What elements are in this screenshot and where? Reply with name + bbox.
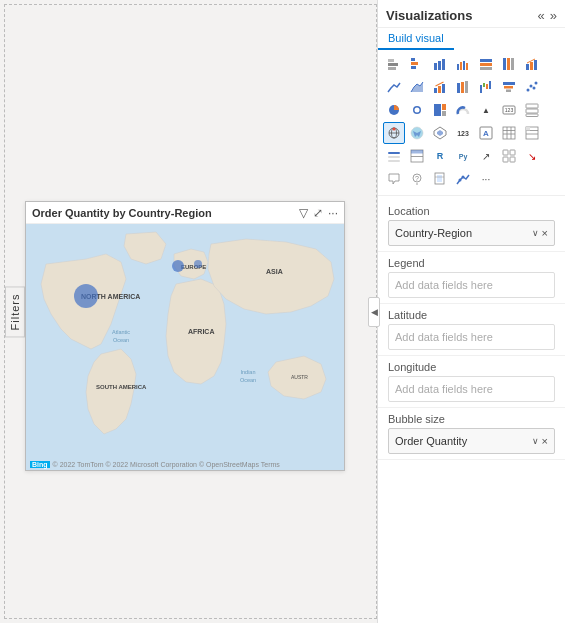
bubble-remove-icon[interactable]: × [542, 435, 548, 447]
paginated-icon[interactable] [429, 168, 451, 190]
kpi-icon[interactable]: ▲ [475, 99, 497, 121]
svg-rect-64 [526, 114, 538, 117]
location-slot[interactable]: Country-Region ∨ × [388, 220, 555, 246]
longitude-slot[interactable]: Add data fields here [388, 376, 555, 402]
numeric-range-icon[interactable]: 123 [452, 122, 474, 144]
svg-rect-25 [463, 61, 465, 70]
panel-collapse-button[interactable]: ◀ [368, 297, 380, 327]
card-icon[interactable]: 123 [498, 99, 520, 121]
svg-rect-22 [442, 59, 445, 70]
map-icon[interactable] [383, 122, 405, 144]
svg-point-99 [462, 176, 465, 179]
area-chart-icon[interactable] [406, 76, 428, 98]
shape-map-icon[interactable] [429, 122, 451, 144]
r-visual-icon[interactable]: R [429, 145, 451, 167]
svg-rect-91 [510, 157, 515, 162]
line-clustered-col-icon[interactable] [429, 76, 451, 98]
svg-rect-40 [457, 83, 460, 93]
svg-rect-16 [388, 67, 396, 70]
svg-rect-48 [504, 86, 513, 89]
svg-rect-30 [503, 58, 506, 70]
panel-expand-icon[interactable]: « [538, 8, 545, 23]
waterfall-icon[interactable] [475, 76, 497, 98]
metrics-icon[interactable] [452, 168, 474, 190]
map-attribution: Bing © 2022 TomTom © 2022 Microsoft Corp… [30, 461, 280, 468]
svg-point-52 [533, 87, 536, 90]
svg-rect-81 [526, 127, 530, 131]
filled-map-icon[interactable] [406, 122, 428, 144]
svg-point-50 [527, 89, 530, 92]
location-remove-icon[interactable]: × [542, 227, 548, 239]
table-icon[interactable] [498, 122, 520, 144]
svg-rect-49 [506, 90, 511, 93]
bubble-size-label: Bubble size [388, 413, 555, 425]
svg-rect-89 [510, 150, 515, 155]
bubble-size-slot[interactable]: Order Quantity ∨ × [388, 428, 555, 454]
slicer-icon[interactable] [383, 145, 405, 167]
bubble-size-field-group: Bubble size Order Quantity ∨ × [378, 408, 565, 460]
svg-rect-57 [434, 104, 441, 116]
svg-point-56 [415, 108, 420, 113]
svg-rect-47 [503, 82, 515, 85]
expand-icon[interactable]: ⤢ [313, 206, 323, 220]
legend-field-group: Legend Add data fields here [378, 252, 565, 304]
svg-point-13 [194, 260, 202, 268]
latitude-slot[interactable]: Add data fields here [388, 324, 555, 350]
longitude-field-group: Longitude Add data fields here [378, 356, 565, 408]
smart-narrative-icon[interactable] [383, 168, 405, 190]
svg-rect-14 [388, 59, 394, 62]
100-stacked-bar-icon[interactable] [475, 53, 497, 75]
textbox-icon[interactable]: A [475, 122, 497, 144]
more-options-icon[interactable]: ··· [328, 206, 338, 220]
clustered-column-icon[interactable] [452, 53, 474, 75]
panel-collapse-icon[interactable]: » [550, 8, 557, 23]
clustered-bar-icon[interactable] [406, 53, 428, 75]
filters-tab[interactable]: Filters [5, 286, 25, 337]
svg-rect-83 [388, 156, 400, 158]
svg-rect-37 [434, 88, 437, 93]
svg-rect-24 [460, 62, 462, 70]
table2-icon[interactable] [406, 145, 428, 167]
svg-rect-27 [480, 59, 492, 62]
svg-rect-17 [411, 58, 415, 61]
funnel-icon[interactable] [498, 76, 520, 98]
donut-chart-icon[interactable] [406, 99, 428, 121]
scatter-icon[interactable] [521, 76, 543, 98]
100-stacked-column-icon[interactable] [498, 53, 520, 75]
python-visual-icon[interactable]: Py [452, 145, 474, 167]
pie-chart-icon[interactable] [383, 99, 405, 121]
svg-rect-19 [411, 66, 416, 69]
filter-icon[interactable]: ▽ [299, 206, 308, 220]
svg-rect-73 [503, 127, 515, 139]
ribbon-chart-icon[interactable] [452, 76, 474, 98]
svg-rect-43 [480, 85, 482, 93]
gauge-icon[interactable] [452, 99, 474, 121]
line-stacked-icon[interactable] [521, 53, 543, 75]
bubble-expand-icon[interactable]: ∨ [532, 436, 539, 446]
svg-rect-42 [465, 81, 468, 93]
world-map-svg: NORTH AMERICA SOUTH AMERICA EUROPE AFRIC… [26, 224, 344, 470]
svg-text:A: A [483, 129, 489, 138]
stacked-column-icon[interactable] [429, 53, 451, 75]
svg-point-98 [459, 179, 462, 182]
legend-slot[interactable]: Add data fields here [388, 272, 555, 298]
line-chart-icon[interactable] [383, 76, 405, 98]
ai-visual2-icon[interactable] [498, 145, 520, 167]
svg-text:SOUTH AMERICA: SOUTH AMERICA [96, 384, 147, 390]
more-visuals-icon[interactable]: ··· [475, 168, 497, 190]
map-container: NORTH AMERICA SOUTH AMERICA EUROPE AFRIC… [26, 224, 344, 470]
location-expand-icon[interactable]: ∨ [532, 228, 539, 238]
stacked-bar-icon[interactable] [383, 53, 405, 75]
build-visual-tab[interactable]: Build visual [378, 28, 454, 50]
ai-visual1-icon[interactable]: ↗ [475, 145, 497, 167]
matrix-icon[interactable] [521, 122, 543, 144]
visualizations-header: Visualizations « » [378, 0, 565, 28]
svg-text:Atlantic: Atlantic [112, 329, 130, 335]
multirow-card-icon[interactable] [521, 99, 543, 121]
svg-point-12 [172, 260, 184, 272]
qa-visual-icon[interactable]: ? [406, 168, 428, 190]
decomp-tree-icon[interactable]: ↘ [521, 145, 543, 167]
svg-rect-39 [442, 84, 445, 93]
treemap-icon[interactable] [429, 99, 451, 121]
svg-rect-29 [480, 67, 492, 70]
